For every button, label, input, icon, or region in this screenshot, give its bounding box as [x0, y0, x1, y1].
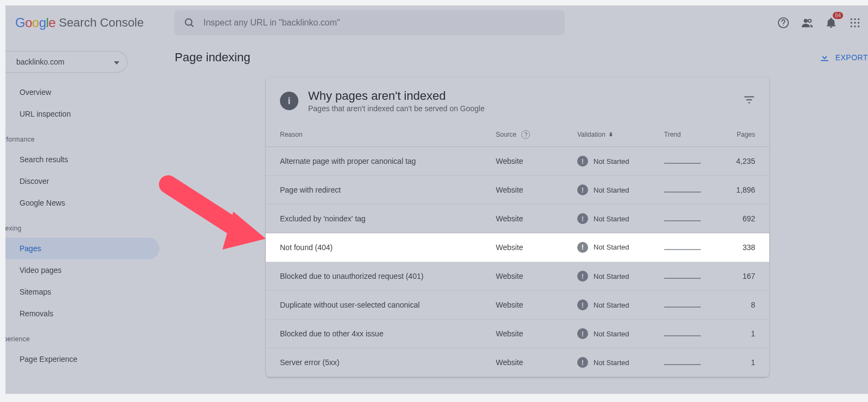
cell-pages: 338 [720, 233, 769, 262]
cell-pages: 1,896 [720, 176, 769, 205]
cell-validation: !Not Started [563, 176, 650, 205]
cell-source: Website [482, 147, 563, 176]
svg-point-4 [804, 19, 808, 23]
help-icon[interactable] [777, 16, 790, 29]
nav-removals[interactable]: Removals [5, 303, 159, 324]
cell-reason: Blocked due to unauthorized request (401… [266, 262, 482, 291]
content: Page indexing EXPORT i Why pages aren't … [168, 40, 868, 394]
product-name: Search Console [59, 16, 144, 30]
nav-overview[interactable]: Overview [5, 81, 159, 103]
search-input[interactable] [203, 18, 556, 28]
cell-trend [650, 348, 720, 377]
cell-trend [650, 147, 720, 176]
status-dot-icon: ! [577, 184, 588, 195]
svg-point-5 [808, 20, 812, 23]
cell-validation: !Not Started [563, 147, 650, 176]
status-dot-icon: ! [577, 328, 588, 339]
export-label: EXPORT [835, 53, 868, 62]
table-row[interactable]: Alternate page with proper canonical tag… [266, 147, 769, 176]
reasons-table: Reason Source ? Validation [266, 123, 769, 377]
property-name: backlinko.com [16, 58, 65, 66]
table-row[interactable]: Page with redirect Website !Not Started … [266, 176, 769, 205]
cell-reason: Excluded by 'noindex' tag [266, 205, 482, 233]
table-row[interactable]: Excluded by 'noindex' tag Website !Not S… [266, 205, 769, 233]
header: Google Search Console 84 [5, 5, 868, 40]
cell-trend [650, 320, 720, 348]
cell-source: Website [482, 291, 563, 320]
svg-point-7 [854, 18, 856, 20]
col-source[interactable]: Source ? [482, 123, 563, 147]
col-reason[interactable]: Reason [266, 123, 482, 147]
table-row[interactable]: Blocked due to other 4xx issue Website !… [266, 320, 769, 348]
svg-point-6 [851, 18, 852, 20]
cell-trend [650, 262, 720, 291]
notifications-icon[interactable]: 84 [825, 16, 838, 29]
table-row[interactable]: Blocked due to unauthorized request (401… [266, 262, 769, 291]
nav-google-news[interactable]: Google News [5, 192, 159, 214]
status-dot-icon: ! [577, 242, 588, 253]
cell-pages: 1 [720, 348, 769, 377]
cell-pages: 8 [720, 291, 769, 320]
url-inspect-search[interactable] [174, 10, 565, 35]
export-button[interactable]: EXPORT [819, 52, 868, 64]
nav-url-inspection[interactable]: URL inspection [5, 103, 159, 125]
apps-grid-icon[interactable] [848, 16, 861, 29]
cell-reason: Server error (5xx) [266, 348, 482, 377]
cell-source: Website [482, 320, 563, 348]
col-pages[interactable]: Pages [720, 123, 769, 147]
cell-trend [650, 176, 720, 205]
content-header: Page indexing EXPORT [175, 40, 857, 75]
table-row[interactable]: Server error (5xx) Website !Not Started … [266, 348, 769, 377]
col-trend[interactable]: Trend [650, 123, 720, 147]
nav-sitemaps[interactable]: Sitemaps [5, 281, 159, 303]
info-icon: i [280, 92, 298, 110]
cell-source: Website [482, 176, 563, 205]
cell-reason: Blocked due to other 4xx issue [266, 320, 482, 348]
svg-point-14 [858, 25, 859, 27]
cell-reason: Alternate page with proper canonical tag [266, 147, 482, 176]
cell-trend [650, 233, 720, 262]
svg-point-10 [854, 22, 856, 23]
cell-validation: !Not Started [563, 320, 650, 348]
sort-arrow-icon [608, 131, 614, 138]
cell-source: Website [482, 348, 563, 377]
cell-validation: !Not Started [563, 205, 650, 233]
svg-line-1 [191, 24, 193, 27]
table-row[interactable]: Not found (404) Website !Not Started 338 [266, 233, 769, 262]
download-icon [819, 52, 830, 64]
cell-pages: 692 [720, 205, 769, 233]
status-dot-icon: ! [577, 213, 588, 224]
nav-discover[interactable]: Discover [5, 170, 159, 192]
header-actions: 84 [777, 16, 861, 29]
table-row[interactable]: Duplicate without user-selected canonica… [266, 291, 769, 320]
cell-validation: !Not Started [563, 233, 650, 262]
card-subtitle: Pages that aren't indexed can't be serve… [308, 104, 484, 113]
notification-badge: 84 [833, 12, 843, 19]
why-not-indexed-card: i Why pages aren't indexed Pages that ar… [266, 77, 769, 377]
col-validation[interactable]: Validation [563, 123, 650, 147]
logo[interactable]: Google Search Console [15, 15, 144, 30]
cell-validation: !Not Started [563, 262, 650, 291]
nav-video-pages[interactable]: Video pages [5, 259, 159, 281]
cell-source: Website [482, 233, 563, 262]
filter-icon[interactable] [743, 94, 755, 108]
svg-point-8 [858, 18, 859, 20]
svg-point-3 [783, 25, 784, 26]
cell-reason: Not found (404) [266, 233, 482, 262]
cell-pages: 4,235 [720, 147, 769, 176]
sidebar: backlinko.com Overview URL inspection Pe… [5, 40, 168, 394]
status-dot-icon: ! [577, 357, 588, 368]
property-selector[interactable]: backlinko.com [5, 51, 127, 73]
help-icon[interactable]: ? [521, 130, 530, 139]
cell-trend [650, 291, 720, 320]
nav-page-experience[interactable]: Page Experience [5, 348, 159, 370]
nav-search-results[interactable]: Search results [5, 149, 159, 170]
search-icon [183, 16, 196, 29]
status-dot-icon: ! [577, 156, 588, 167]
nav-pages[interactable]: Pages [5, 238, 159, 259]
people-icon[interactable] [801, 16, 814, 29]
cell-pages: 1 [720, 320, 769, 348]
cell-source: Website [482, 262, 563, 291]
cell-reason: Duplicate without user-selected canonica… [266, 291, 482, 320]
cell-reason: Page with redirect [266, 176, 482, 205]
